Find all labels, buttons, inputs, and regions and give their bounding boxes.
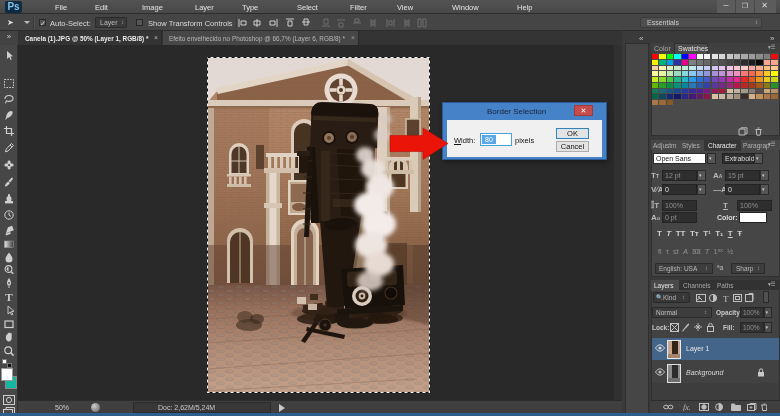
svg-text:T: T xyxy=(5,291,13,303)
svg-text:fx.: fx. xyxy=(683,403,691,411)
svg-text:T: T xyxy=(723,294,729,304)
